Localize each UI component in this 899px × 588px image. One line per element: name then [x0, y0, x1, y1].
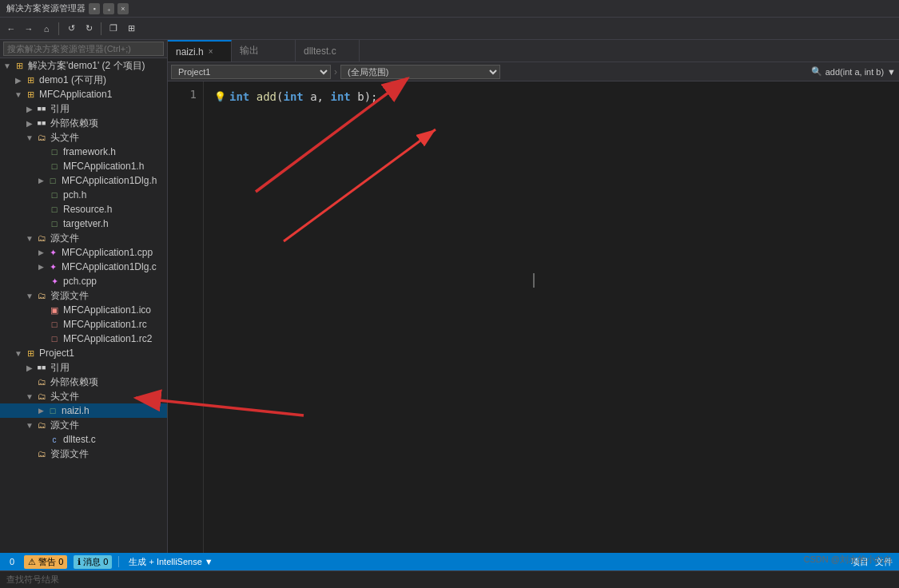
home-button[interactable]: ⌂: [38, 21, 54, 37]
lightbulb-icon[interactable]: 💡: [213, 90, 226, 103]
tree-item-naizi-h[interactable]: ▶ □ naizi.h: [0, 403, 167, 418]
tree-item-mfcapp1[interactable]: ▼ ⊞ MFCApplication1: [0, 87, 167, 101]
tree-item-project1[interactable]: ▼ ⊞ Project1: [0, 346, 167, 360]
resources1-label: 资源文件: [50, 289, 89, 303]
mfcapp1-ico-icon: ▣: [48, 304, 61, 316]
tree-item-demo1[interactable]: ▶ ⊞ demo1 (不可用): [0, 73, 167, 87]
refresh-button[interactable]: ↺: [63, 21, 79, 37]
code-line-1: 💡 int add ( int a, int b);: [213, 88, 889, 105]
code-editor[interactable]: 1 💡 int add ( int a, int b);: [168, 81, 899, 553]
ref2-icon: ■■: [35, 361, 48, 374]
tab-dlltest-c[interactable]: dlltest.c: [296, 40, 360, 62]
status-info[interactable]: ℹ 消息 0: [74, 555, 112, 569]
tab-bar: naizi.h × 输出 dlltest.c: [168, 40, 899, 62]
tab-naizi-h[interactable]: naizi.h ×: [168, 40, 232, 62]
headers2-arrow: ▼: [24, 392, 35, 401]
nav-dropdown-icon[interactable]: ▼: [887, 67, 896, 77]
toolbar-sep1: [58, 22, 59, 35]
back-button[interactable]: ←: [3, 21, 19, 37]
editor-area: naizi.h × 输出 dlltest.c Project1 › (全局范围)…: [168, 40, 899, 553]
solution-icon: ⊞: [13, 59, 26, 72]
info-label: 消息: [83, 556, 101, 568]
tree-item-resources2[interactable]: 🗂 资源文件: [0, 447, 167, 461]
tree-item-mfcapp1dlg-cpp[interactable]: ▶ ✦ MFCApplication1Dlg.c: [0, 260, 167, 274]
tree-item-solution[interactable]: ▼ ⊞ 解决方案'demo1' (2 个项目): [0, 58, 167, 73]
project-dropdown[interactable]: Project1: [171, 65, 331, 79]
tree-item-headers2[interactable]: ▼ 🗂 头文件: [0, 389, 167, 403]
tree-item-targetver-h[interactable]: □ targetver.h: [0, 217, 167, 231]
extdep1-arrow: ▶: [24, 119, 35, 128]
tab-dlltest-c-label: dlltest.c: [304, 46, 336, 57]
tree-item-mfcapp1-cpp[interactable]: ▶ ✦ MFCApplication1.cpp: [0, 245, 167, 260]
stop-button[interactable]: ↻: [81, 21, 97, 37]
tree-item-ref1[interactable]: ▶ ■■ 引用: [0, 101, 167, 116]
token-int-1: int: [229, 90, 249, 103]
status-warning[interactable]: ⚠ 警告 0: [24, 555, 67, 569]
tree-item-resources1[interactable]: ▼ 🗂 资源文件: [0, 288, 167, 303]
scope-dropdown[interactable]: (全局范围): [340, 65, 500, 79]
code-content[interactable]: 💡 int add ( int a, int b);: [204, 81, 899, 553]
title-text: 解决方案资源管理器: [6, 2, 86, 14]
tab-output[interactable]: 输出: [232, 40, 296, 62]
warn-icon: ⚠: [28, 557, 36, 567]
tree-item-mfcapp1-rc[interactable]: □ MFCApplication1.rc: [0, 317, 167, 332]
status-sep1: [118, 556, 119, 567]
tree-item-sources1[interactable]: ▼ 🗂 源文件: [0, 231, 167, 245]
tree-item-extdep2[interactable]: 🗂 外部依赖项: [0, 375, 167, 389]
sources1-icon: 🗂: [35, 232, 48, 244]
mfcapp1-cpp-arrow: ▶: [35, 248, 46, 256]
title-bar-icons: ▪ ₊ ×: [89, 3, 129, 14]
tree-item-ref2[interactable]: ▶ ■■ 引用: [0, 360, 167, 375]
tree-item-resource-h[interactable]: □ Resource.h: [0, 202, 167, 217]
resource-h-icon: □: [48, 203, 61, 216]
demo1-arrow: ▶: [13, 76, 24, 85]
pch-h-icon: □: [48, 189, 61, 201]
sidebar-search-bar: [0, 40, 167, 58]
mfcapp1-rc-icon: □: [48, 318, 61, 331]
tree-item-mfcapp1-ico[interactable]: ▣ MFCApplication1.ico: [0, 303, 167, 317]
targetver-h-label: targetver.h: [63, 218, 109, 229]
view-button[interactable]: ❐: [105, 21, 121, 37]
tab-output-label: 输出: [240, 44, 259, 58]
solution-arrow: ▼: [2, 62, 13, 70]
line-number-1: 1: [168, 88, 197, 101]
tree-item-mfcapp1-rc2[interactable]: □ MFCApplication1.rc2: [0, 332, 167, 346]
status-bar: 0 ⚠ 警告 0 ℹ 消息 0 生成 + IntelliSense ▼ 项目 文…: [0, 553, 899, 570]
pin-icon[interactable]: ▪: [89, 3, 100, 14]
framework-h-label: framework.h: [63, 146, 116, 157]
mfcapp1dlg-cpp-arrow: ▶: [35, 263, 46, 271]
status-build[interactable]: 生成 + IntelliSense ▼: [125, 556, 216, 568]
tree-item-dlltest-c[interactable]: c dlltest.c: [0, 432, 167, 447]
tree-item-sources2[interactable]: ▼ 🗂 源文件: [0, 418, 167, 432]
sidebar: ▼ ⊞ 解决方案'demo1' (2 个项目) ▶ ⊞ demo1 (不可用) …: [0, 40, 168, 553]
resources1-arrow: ▼: [24, 292, 35, 300]
filter-button[interactable]: ⊞: [123, 21, 139, 37]
tab-naizi-h-close[interactable]: ×: [209, 47, 213, 56]
svg-line-2: [284, 129, 436, 241]
naizi-h-label: naizi.h: [62, 405, 90, 416]
solution-explorer-tree: ▼ ⊞ 解决方案'demo1' (2 个项目) ▶ ⊞ demo1 (不可用) …: [0, 58, 167, 553]
headers1-icon: 🗂: [35, 131, 48, 144]
close-title-icon[interactable]: ×: [117, 3, 129, 14]
forward-button[interactable]: →: [21, 21, 37, 37]
tree-item-pch-h[interactable]: □ pch.h: [0, 188, 167, 202]
tree-item-headers1[interactable]: ▼ 🗂 头文件: [0, 130, 167, 145]
line-numbers: 1: [168, 81, 204, 553]
headers2-icon: 🗂: [35, 390, 48, 403]
search-input[interactable]: [3, 42, 164, 56]
build-dropdown-icon[interactable]: ▼: [205, 557, 213, 566]
mfcapp1-ico-label: MFCApplication1.ico: [63, 304, 151, 316]
framework-h-icon: □: [48, 145, 61, 158]
sources1-arrow: ▼: [24, 234, 35, 243]
mfcapp1-h-icon: □: [48, 160, 61, 173]
status-number[interactable]: 0: [6, 557, 18, 566]
dock-icon[interactable]: ₊: [103, 3, 114, 14]
tree-item-pch-cpp[interactable]: ✦ pch.cpp: [0, 274, 167, 288]
status-right: 项目 文件: [851, 556, 893, 568]
tree-item-mfcapp1dlg-h[interactable]: ▶ □ MFCApplication1Dlg.h: [0, 173, 167, 188]
tree-item-mfcapp1-h[interactable]: □ MFCApplication1.h: [0, 159, 167, 173]
nav-search-icon[interactable]: 🔍: [811, 66, 822, 77]
tree-item-extdep1[interactable]: ▶ ■■ 外部依赖项: [0, 116, 167, 130]
tree-item-framework-h[interactable]: □ framework.h: [0, 145, 167, 159]
mfcapp1dlg-h-arrow: ▶: [35, 177, 46, 185]
